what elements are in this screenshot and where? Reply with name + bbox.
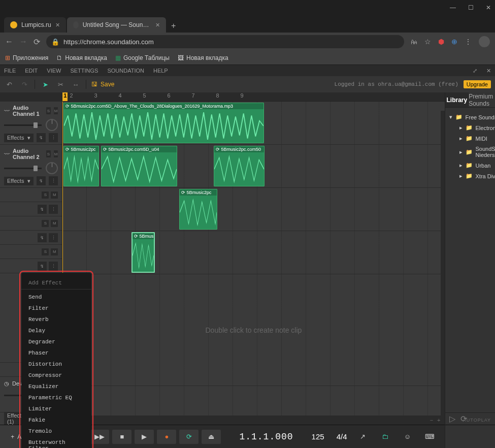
- fx-menu-item[interactable]: Equalizer: [21, 381, 91, 392]
- smiley-icon[interactable]: ☺: [398, 430, 417, 444]
- mute-button[interactable]: M: [51, 248, 58, 255]
- track-lane[interactable]: ⟳5Bmusic2pc: [62, 188, 444, 231]
- track-lane[interactable]: Double click to create note clip: [62, 274, 444, 386]
- automation-button[interactable]: ↯: [38, 233, 47, 242]
- audio-clip[interactable]: ⟳5Bmus: [131, 232, 155, 273]
- fx-menu-item[interactable]: Fakie: [21, 414, 91, 426]
- fx-menu-item[interactable]: Compressor: [21, 370, 91, 381]
- redo-button[interactable]: ↷: [19, 81, 29, 88]
- fx-menu-item[interactable]: Delay: [21, 325, 91, 336]
- track-header[interactable]: ↯⋮: [0, 259, 62, 273]
- loop-button[interactable]: ⟳: [179, 430, 199, 444]
- effects-dropdown[interactable]: Effects▾: [4, 134, 34, 142]
- options-button[interactable]: ⋮: [49, 262, 58, 271]
- back-button[interactable]: ←: [5, 37, 13, 46]
- mute-button[interactable]: M: [54, 150, 58, 157]
- new-tab-button[interactable]: +: [167, 19, 180, 33]
- track-lane[interactable]: ⟳5Bmusic2pc.com5D_Above_The_Clouds_28Dia…: [62, 102, 444, 145]
- menu-edit[interactable]: EDIT: [25, 68, 38, 74]
- zoom-out-button[interactable]: −: [430, 417, 433, 423]
- audio-clip[interactable]: ⟳5Bmusic2pc.com5D_u04: [101, 146, 177, 186]
- pan-knob[interactable]: [46, 119, 58, 131]
- translate-icon[interactable]: 🗛: [410, 38, 417, 46]
- tab-premium[interactable]: Premium Sounds: [469, 92, 493, 107]
- track-lane[interactable]: ⟳5Bmusic2pc ⟳5Bmusic2pc.com5D_u04 ⟳5Bmus…: [62, 145, 444, 188]
- timesig-display[interactable]: 4/4: [337, 432, 347, 441]
- close-window-button[interactable]: ✕: [486, 4, 491, 11]
- bookmark-item[interactable]: 🗋Новая вкладка: [56, 54, 107, 61]
- play-preview-button[interactable]: ▷: [449, 414, 455, 424]
- cut-tool[interactable]: ✂: [55, 81, 65, 88]
- undo-button[interactable]: ↶: [4, 81, 14, 88]
- minimize-button[interactable]: —: [450, 4, 456, 11]
- play-button[interactable]: ▶: [135, 430, 154, 444]
- tab-library[interactable]: Library: [445, 92, 469, 107]
- fx-menu-item[interactable]: Distortion: [21, 359, 91, 370]
- automation-button[interactable]: ↯: [38, 205, 47, 214]
- audio-clip[interactable]: ⟳5Bmusic2pc: [179, 189, 217, 230]
- bookmark-item[interactable]: 🖼Новая вкладка: [178, 54, 228, 61]
- audio-clip[interactable]: ⟳5Bmusic2pc.com50: [214, 146, 265, 186]
- tree-folder[interactable]: ▸📁MIDI: [448, 133, 496, 144]
- pointer-tool[interactable]: ➤: [40, 81, 50, 88]
- solo-button[interactable]: S: [42, 191, 49, 199]
- mute-button[interactable]: M: [54, 107, 58, 114]
- audio-clip[interactable]: ⟳5Bmusic2pc.com5D_Above_The_Clouds_28Dia…: [63, 103, 264, 143]
- solo-button[interactable]: S: [42, 220, 49, 227]
- tree-folder[interactable]: ▸📁Urban: [448, 160, 496, 171]
- reload-button[interactable]: ⟳: [34, 37, 40, 47]
- track-header[interactable]: ↯⋮: [0, 202, 62, 216]
- automation-button[interactable]: ↯: [37, 133, 46, 142]
- metronome-button[interactable]: ⏏: [202, 430, 221, 444]
- folder-icon[interactable]: 🗀: [376, 430, 395, 444]
- fx-menu-item[interactable]: Tremolo: [21, 426, 91, 437]
- solo-button[interactable]: S: [46, 107, 51, 114]
- tree-folder[interactable]: ▸📁SoundScape Niedersachsen: [448, 144, 496, 160]
- fx-menu-item[interactable]: Limiter: [21, 403, 91, 414]
- audio-clip[interactable]: ⟳5Bmusic2pc: [63, 146, 99, 186]
- fx-menu-item[interactable]: Send: [21, 292, 91, 303]
- position-display[interactable]: 1.1.1.000: [239, 432, 293, 442]
- solo-button[interactable]: S: [42, 248, 49, 255]
- menu-view[interactable]: VIEW: [47, 68, 61, 74]
- timeline-ruler[interactable]: 1 2 3 4 5 6 7 8 9: [62, 92, 444, 102]
- menu-soundation[interactable]: SOUNDATION: [107, 68, 144, 74]
- keyboard-icon[interactable]: ⌨: [420, 430, 440, 444]
- volume-slider[interactable]: [4, 168, 42, 169]
- avatar[interactable]: [479, 36, 490, 47]
- fx-menu-item[interactable]: Parametric EQ: [21, 392, 91, 403]
- options-button[interactable]: ⋮: [49, 176, 58, 185]
- fx-menu-item[interactable]: Phaser: [21, 347, 91, 359]
- pan-knob[interactable]: [46, 162, 58, 174]
- options-button[interactable]: ⋮: [49, 205, 58, 214]
- track-header[interactable]: ↯⋮: [0, 231, 62, 245]
- automation-button[interactable]: ↯: [38, 262, 47, 271]
- bookmark-item[interactable]: ▦Google Таблицы: [115, 54, 170, 61]
- forward-button[interactable]: ▶▶: [90, 430, 109, 444]
- record-button[interactable]: ●: [157, 430, 176, 444]
- tree-root[interactable]: ▾📁Free Sounds: [448, 112, 496, 122]
- volume-slider[interactable]: [4, 124, 42, 126]
- track-header[interactable]: SM: [0, 188, 62, 202]
- stop-button[interactable]: ■: [112, 430, 131, 444]
- fx-menu-item[interactable]: Degrader: [21, 336, 91, 347]
- extension-icon[interactable]: ⬢: [438, 38, 444, 46]
- close-tab-icon[interactable]: ✕: [155, 22, 160, 28]
- tree-folder[interactable]: ▸📁Electronica: [448, 122, 496, 133]
- menu-help[interactable]: HELP: [153, 68, 168, 74]
- apps-button[interactable]: ⊞Приложения: [5, 54, 48, 61]
- tab-project[interactable]: Project: [493, 92, 495, 107]
- browser-tab[interactable]: Lumpics.ru ✕: [4, 17, 66, 33]
- menu-icon[interactable]: ⋮: [465, 38, 472, 46]
- close-tab-icon[interactable]: ✕: [55, 22, 60, 28]
- options-button[interactable]: ⋮: [49, 133, 58, 142]
- playhead-marker[interactable]: 1: [62, 92, 68, 101]
- mute-button[interactable]: M: [51, 220, 58, 227]
- tree-folder[interactable]: ▸📁Xtra Diverse: [448, 171, 496, 181]
- options-button[interactable]: ⋮: [49, 233, 58, 242]
- upgrade-button[interactable]: Upgrade: [464, 80, 491, 88]
- mute-button[interactable]: M: [51, 191, 58, 199]
- track-header[interactable]: 〰 Audio Channel 1 S M Effects▾ ↯ ⋮: [0, 102, 62, 145]
- automation-button[interactable]: ↯: [37, 176, 46, 185]
- browser-tab[interactable]: Untitled Song — Soundation Stu ✕: [67, 17, 166, 33]
